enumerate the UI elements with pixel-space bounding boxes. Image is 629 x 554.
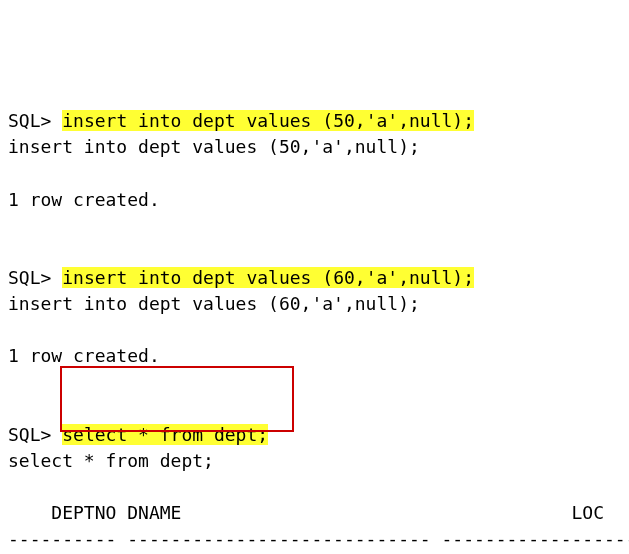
sql-prompt: SQL> [8, 267, 51, 288]
command-select: select * from dept; [62, 424, 268, 445]
command-insert-2: insert into dept values (60,'a',null); [62, 267, 474, 288]
table-separator: ---------- ---------------------------- … [8, 528, 629, 549]
command-insert-1: insert into dept values (50,'a',null); [62, 110, 474, 131]
sql-prompt: SQL> [8, 110, 51, 131]
sql-prompt: SQL> [8, 424, 51, 445]
echo-select: select * from dept; [8, 450, 214, 471]
echo-insert-2: insert into dept values (60,'a',null); [8, 293, 420, 314]
highlight-box [60, 366, 294, 432]
echo-insert-1: insert into dept values (50,'a',null); [8, 136, 420, 157]
result-1: 1 row created. [8, 189, 160, 210]
table-header: DEPTNO DNAME LOC [8, 502, 604, 523]
result-2: 1 row created. [8, 345, 160, 366]
